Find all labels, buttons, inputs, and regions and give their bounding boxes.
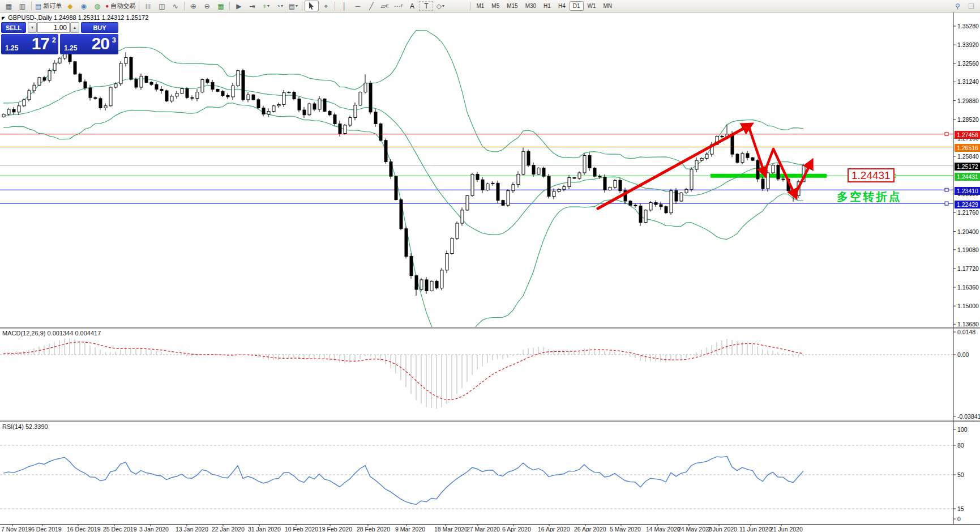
bid-price-box[interactable]: 1.25 17 2 (1, 34, 58, 54)
bollinger-upper (3, 31, 803, 169)
bid-pips: 17 (32, 34, 49, 53)
rsi-pane[interactable] (0, 445, 953, 509)
volume-increase-button[interactable]: ▲ (70, 22, 79, 33)
volume-decrease-button[interactable]: ▼ (28, 22, 37, 33)
candles (2, 49, 805, 295)
ask-point: 3 (112, 36, 116, 44)
sell-button[interactable]: SELL (1, 22, 26, 33)
bid-whole: 1.25 (5, 44, 18, 52)
one-click-trading-panel: SELL ▼ ▲ BUY 1.25 17 2 1.25 20 3 (1, 22, 121, 54)
line-handle[interactable] (945, 188, 948, 191)
main-price-pane[interactable] (0, 31, 953, 355)
ask-pips: 20 (92, 34, 109, 53)
buy-button[interactable]: BUY (81, 22, 118, 33)
ask-price-box[interactable]: 1.25 20 3 (60, 34, 118, 54)
bollinger-middle (3, 79, 803, 235)
line-handle[interactable] (945, 202, 948, 205)
bollinger-lower (3, 103, 803, 355)
bid-point: 2 (52, 36, 56, 44)
volume-input[interactable] (37, 22, 70, 33)
ask-whole: 1.25 (64, 44, 77, 52)
chart-canvas[interactable] (0, 0, 980, 532)
macd-signal-line (3, 342, 803, 400)
trend-arrow-segment[interactable] (598, 126, 748, 208)
rsi-line (3, 457, 803, 505)
macd-pane[interactable] (0, 338, 953, 409)
callout-handle[interactable] (892, 174, 896, 177)
mt4-terminal: ▦ ▥ ▤ 新订单 ◆ ◉ ◍ ● 自动交易 ||| ◫ ∿ ⊕ ⊖ ▦ ▶ ⇥… (0, 0, 980, 532)
line-handle[interactable] (945, 133, 948, 136)
